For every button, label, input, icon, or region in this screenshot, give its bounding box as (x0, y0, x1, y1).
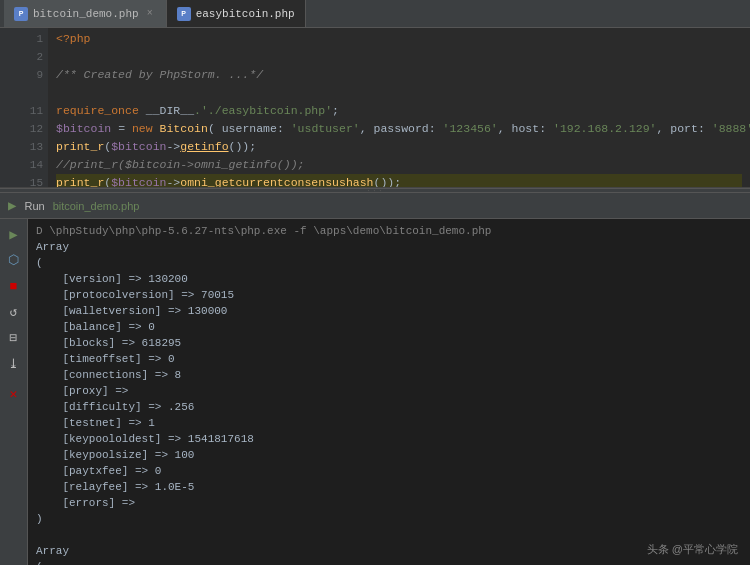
tab-easybitcoin[interactable]: P easybitcoin.php (167, 0, 306, 27)
output-walletversion: [walletversion] => 130000 (36, 303, 742, 319)
output-keypoololdest: [keypoololdest] => 1541817618 (36, 431, 742, 447)
output-array1: Array (36, 239, 742, 255)
run-filename-label: bitcoin_demo.php (53, 200, 140, 212)
editor-area: 1 2 9 11 12 13 14 15 <?php /** Created b… (0, 28, 750, 188)
output-close1: ) (36, 511, 742, 527)
gutter-1 (0, 30, 18, 47)
line-numbers: 1 2 9 11 12 13 14 15 (18, 28, 48, 187)
output-connections: [connections] => 8 (36, 367, 742, 383)
gutter (0, 28, 18, 187)
watermark: 头条 @平常心学院 (647, 542, 738, 557)
code-line-11: require_once __DIR__.'./easybitcoin.php'… (56, 102, 742, 120)
gutter-2 (0, 47, 18, 64)
code-content[interactable]: <?php /** Created by PhpStorm. ...*/ req… (48, 28, 750, 187)
tab-label-1: bitcoin_demo.php (33, 8, 139, 20)
output-blank1 (36, 527, 742, 543)
output-blocks: [blocks] => 618295 (36, 335, 742, 351)
php-icon-1: P (14, 7, 28, 21)
output-paren1: ( (36, 255, 742, 271)
output-paytxfee: [paytxfee] => 0 (36, 463, 742, 479)
code-line-9: /** Created by PhpStorm. ...*/ (56, 66, 742, 84)
code-line-1: <?php (56, 30, 742, 48)
sidebar-run-btn[interactable]: ▶ (3, 223, 25, 245)
run-sidebar: ▶ ⬡ ■ ↺ ⊟ ⤓ ✕ ? (0, 219, 28, 565)
run-play-icon[interactable]: ▶ (8, 197, 16, 214)
output-errors: [errors] => (36, 495, 742, 511)
code-line-15: print_r($bitcoin->omni_getcurrentconsens… (56, 174, 742, 187)
code-line-14: //print_r($bitcoin->omni_getinfo()); (56, 156, 742, 174)
output-keypoolsize: [keypoolsize] => 100 (36, 447, 742, 463)
gutter-10 (0, 82, 18, 99)
gutter-12 (0, 117, 18, 134)
output-proxy: [proxy] => (36, 383, 742, 399)
output-cmd: D \phpStudy\php\php-5.6.27-nts\php.exe -… (36, 223, 742, 239)
gutter-14 (0, 152, 18, 169)
sidebar-filter-btn[interactable]: ⊟ (3, 327, 25, 349)
run-panel: ▶ Run bitcoin_demo.php ▶ ⬡ ■ ↺ ⊟ ⤓ ✕ ? D… (0, 193, 750, 565)
output-timeoffset: [timeoffset] => 0 (36, 351, 742, 367)
sidebar-rerun-btn[interactable]: ↺ (3, 301, 25, 323)
sidebar-debug-btn[interactable]: ⬡ (3, 249, 25, 271)
gutter-9 (0, 65, 18, 82)
run-body: ▶ ⬡ ■ ↺ ⊟ ⤓ ✕ ? D \phpStudy\php\php-5.6.… (0, 219, 750, 565)
output-difficulty: [difficulty] => .256 (36, 399, 742, 415)
gutter-15 (0, 170, 18, 187)
output-array2: Array (36, 543, 742, 559)
output-balance: [balance] => 0 (36, 319, 742, 335)
run-header: ▶ Run bitcoin_demo.php (0, 193, 750, 219)
output-version: [version] => 130200 (36, 271, 742, 287)
tab-bar: P bitcoin_demo.php × P easybitcoin.php (0, 0, 750, 28)
tab-label-2: easybitcoin.php (196, 8, 295, 20)
sidebar-stop-btn[interactable]: ■ (3, 275, 25, 297)
code-line-13: print_r($bitcoin->getinfo()); (56, 138, 742, 156)
output-protocolversion: [protocolversion] => 70015 (36, 287, 742, 303)
tab-bitcoin-demo[interactable]: P bitcoin_demo.php × (4, 0, 167, 27)
gutter-11 (0, 100, 18, 117)
run-output[interactable]: D \phpStudy\php\php-5.6.27-nts\php.exe -… (28, 219, 750, 565)
output-testnet: [testnet] => 1 (36, 415, 742, 431)
gutter-13 (0, 135, 18, 152)
sidebar-scroll-btn[interactable]: ⤓ (3, 353, 25, 375)
tab-close-1[interactable]: × (144, 7, 156, 20)
output-paren2: ( (36, 559, 742, 565)
code-line-2 (56, 48, 742, 66)
php-icon-2: P (177, 7, 191, 21)
output-relayfee: [relayfee] => 1.0E-5 (36, 479, 742, 495)
sidebar-cross-btn[interactable]: ✕ (3, 383, 25, 405)
code-line-12: $bitcoin = new Bitcoin( username: 'usdtu… (56, 120, 742, 138)
code-line-10 (56, 84, 742, 102)
run-title-label: Run (24, 200, 44, 212)
